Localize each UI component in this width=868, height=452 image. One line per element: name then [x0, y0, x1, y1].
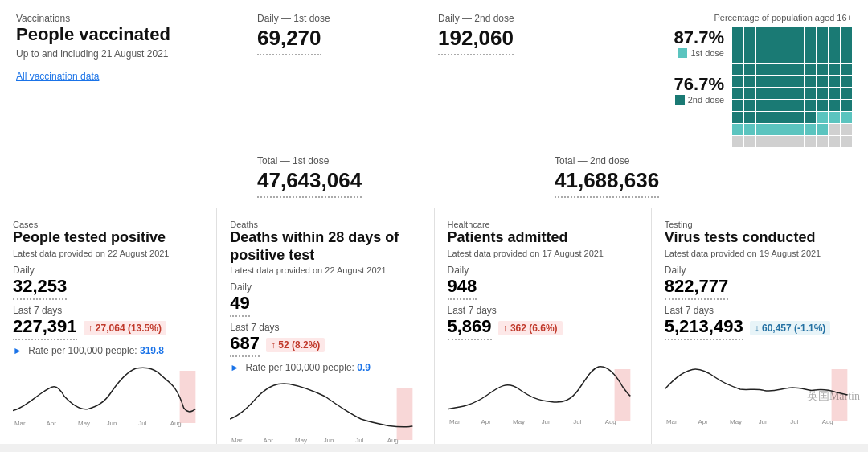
waffle-cell	[817, 88, 828, 99]
waffle-cell	[780, 76, 792, 87]
waffle-cell	[805, 136, 816, 147]
panel-rate-1: ► Rate per 100,000 people: 0.9	[230, 362, 420, 373]
waffle-cell	[841, 27, 852, 39]
waffle-cell	[768, 100, 780, 111]
vax-1st-dose-legend: 1st dose	[678, 48, 724, 58]
waffle-cell	[841, 112, 852, 123]
waffle-cell	[756, 27, 768, 39]
chart-svg-0: Mar Apr May Jun Jul Aug	[13, 363, 203, 427]
panel-daily-value: 948	[448, 276, 477, 300]
svg-text:May: May	[78, 420, 90, 427]
svg-text:Jul: Jul	[573, 418, 581, 425]
waffle-cell	[805, 64, 816, 75]
waffle-cell	[829, 136, 840, 147]
waffle-cell	[829, 124, 840, 135]
waffle-cell	[732, 76, 743, 87]
waffle-cell	[744, 39, 755, 51]
panel-weekly-label: Last 7 days	[448, 305, 638, 316]
rate-value: 0.9	[357, 362, 371, 373]
waffle-cell	[792, 124, 804, 135]
waffle-cell	[732, 27, 743, 39]
vax-total1st-value: 47,643,064	[257, 168, 362, 198]
svg-text:Jul: Jul	[790, 418, 798, 425]
vaccination-panel: Vaccinations People vaccinated Up to and…	[0, 0, 868, 208]
panel-date: Latest data provided on 17 August 2021	[448, 249, 638, 258]
panel-weekly-row: 687 ↑ 52 (8.2%)	[230, 333, 420, 357]
panel-daily-value: 49	[230, 293, 249, 317]
waffle-cell	[780, 27, 792, 39]
waffle-cell	[780, 64, 792, 75]
waffle-cell	[829, 27, 840, 39]
waffle-cell	[817, 100, 828, 111]
waffle-cell	[829, 100, 840, 111]
waffle-cell	[756, 136, 768, 147]
waffle-cell	[744, 88, 755, 99]
waffle-cell	[792, 76, 804, 87]
vax-category: Vaccinations	[16, 13, 225, 24]
panel-3: Testing Virus tests conducted Latest dat…	[652, 208, 868, 444]
panel-category: Healthcare	[448, 220, 638, 229]
vax-all-data-link[interactable]: All vaccination data	[16, 71, 99, 82]
waffle-cell	[780, 124, 792, 135]
panel-weekly-value: 5,213,493	[665, 316, 743, 340]
waffle-cell	[756, 88, 768, 99]
panel-category: Testing	[665, 220, 855, 229]
rate-value: 319.8	[140, 345, 164, 356]
waffle-cell	[756, 76, 768, 87]
panel-weekly-value: 227,391	[13, 316, 77, 340]
waffle-cell	[768, 51, 780, 63]
vax-left-block: Vaccinations People vaccinated Up to and…	[16, 13, 225, 83]
panel-weekly-label: Last 7 days	[230, 322, 420, 333]
panel-title: Deaths within 28 days of positive test	[230, 229, 420, 264]
waffle-cell	[817, 27, 828, 39]
waffle-cell	[756, 64, 768, 75]
panel-daily-label: Daily	[448, 265, 638, 276]
vax-2nd-pct: 76.7% 2nd dose	[674, 74, 724, 105]
rate-arrow-icon: ►	[13, 345, 23, 356]
panel-title: Virus tests conducted	[665, 229, 855, 247]
panel-daily-label: Daily	[665, 265, 855, 276]
vax-total1st: Total — 1st dose 47,643,064	[241, 155, 538, 198]
panel-weekly-label: Last 7 days	[665, 305, 855, 316]
waffle-cell	[732, 100, 743, 111]
svg-rect-6	[180, 371, 196, 423]
panel-2: Healthcare Patients admitted Latest data…	[435, 208, 651, 444]
chart-container-2: Mar Apr May Jun Jul Aug	[448, 361, 638, 425]
panel-daily-value: 822,777	[665, 276, 729, 300]
waffle-cell	[768, 88, 780, 99]
panel-weekly-row: 5,869 ↑ 362 (6.6%)	[448, 316, 638, 340]
rate-arrow-icon: ►	[230, 362, 240, 373]
waffle-cell	[817, 124, 828, 135]
waffle-cell	[732, 124, 743, 135]
waffle-cell	[768, 136, 780, 147]
vax-total1st-label: Total — 1st dose	[257, 155, 522, 166]
panel-daily-value: 32,253	[13, 276, 67, 300]
panel-weekly-value: 5,869	[448, 316, 492, 340]
panel-weekly-row: 227,391 ↑ 27,064 (13.5%)	[13, 316, 203, 340]
svg-text:Apr: Apr	[698, 418, 708, 425]
svg-rect-27	[831, 369, 847, 421]
waffle-cell	[841, 51, 852, 63]
svg-text:Mar: Mar	[231, 437, 243, 444]
svg-text:Mar: Mar	[14, 420, 26, 427]
vax-2nd-pct-value: 76.7%	[674, 74, 724, 95]
waffle-cell	[792, 51, 804, 63]
waffle-cell	[780, 112, 792, 123]
waffle-cell	[756, 112, 768, 123]
waffle-cell	[805, 39, 816, 51]
waffle-cell	[732, 88, 743, 99]
vax-2nd-dose-label: 2nd dose	[688, 95, 724, 105]
waffle-cell	[732, 39, 743, 51]
waffle-cell	[768, 124, 780, 135]
chart-svg-1: Mar Apr May Jun Jul Aug	[230, 380, 420, 444]
vax-1st-pct: 87.7% 1st dose	[674, 27, 724, 58]
vax-stats-row1: Daily — 1st dose 69,270 Daily — 2nd dose…	[225, 13, 619, 55]
svg-text:Jul: Jul	[355, 437, 363, 444]
panel-date: Latest data provided on 19 August 2021	[665, 249, 855, 258]
waffle-cell	[817, 136, 828, 147]
panel-0: Cases People tested positive Latest data…	[0, 208, 216, 444]
vax-1st-dose-color	[678, 48, 687, 58]
waffle-cell	[744, 124, 755, 135]
vax-daily1st-value: 69,270	[257, 26, 321, 55]
waffle-cell	[756, 124, 768, 135]
